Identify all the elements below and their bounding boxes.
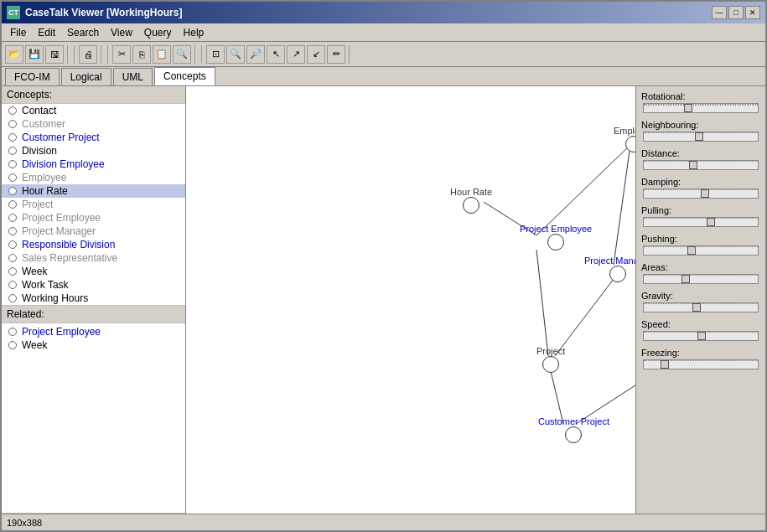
node-hour-rate[interactable]: Hour Rate — [450, 185, 492, 214]
toolbar-save[interactable]: 💾 — [25, 45, 44, 64]
slider-neighbouring-label: Neighbouring: — [641, 120, 760, 130]
menu-bar: File Edit Search View Query Help — [2, 23, 765, 42]
toolbar-open[interactable]: 📂 — [5, 45, 23, 64]
concepts-section: Concepts: Contact Customer Customer Proj… — [2, 86, 185, 306]
concept-customer-project[interactable]: Customer Project — [2, 131, 185, 144]
node-employee[interactable]: Employee — [614, 124, 635, 152]
toolbar-select[interactable]: ↖ — [267, 45, 285, 64]
toolbar-cut[interactable]: ✂ — [112, 45, 131, 64]
slider-rotational-thumb[interactable] — [684, 104, 692, 112]
slider-speed-track[interactable] — [643, 331, 759, 341]
tab-uml[interactable]: UML — [113, 68, 153, 85]
related-project-employee[interactable]: Project Employee — [2, 325, 185, 338]
status-bar: 190x388 — [2, 514, 765, 530]
menu-view[interactable]: View — [106, 25, 137, 40]
tab-concepts[interactable]: Concepts — [154, 67, 215, 85]
slider-damping-track[interactable] — [643, 189, 759, 199]
slider-speed: Speed: — [641, 319, 760, 341]
diagram-connections — [186, 86, 635, 514]
tab-fco-im[interactable]: FCO-IM — [5, 68, 60, 85]
left-panel: Concepts: Contact Customer Customer Proj… — [2, 86, 186, 514]
slider-freezing-thumb[interactable] — [661, 360, 669, 369]
title-bar-buttons: — □ ✕ — [712, 6, 760, 19]
toolbar-paste[interactable]: 📋 — [153, 45, 171, 64]
toolbar-pen[interactable]: ✏ — [327, 45, 345, 64]
toolbar: 📂 💾 🖫 🖨 ✂ ⎘ 📋 🔍 ⊡ 🔍 🔎 ↖ ↗ ↙ ✏ — [2, 42, 765, 67]
concept-work-task[interactable]: Work Task — [2, 278, 185, 292]
maximize-button[interactable]: □ — [728, 6, 744, 19]
toolbar-arrow1[interactable]: ↗ — [287, 45, 305, 64]
slider-rotational-label: Rotational: — [641, 91, 760, 101]
node-project[interactable]: Project — [536, 344, 565, 373]
toolbar-copy[interactable]: ⎘ — [132, 45, 151, 64]
menu-file[interactable]: File — [5, 25, 31, 40]
close-button[interactable]: ✕ — [745, 6, 760, 19]
toolbar-arrow2[interactable]: ↙ — [307, 45, 325, 64]
slider-freezing-label: Freezing: — [641, 348, 760, 358]
diagram-canvas[interactable]: Employee Hour Rate Project Employee Proj… — [186, 86, 635, 514]
app-icon: CT — [7, 6, 20, 19]
menu-search[interactable]: Search — [62, 25, 104, 40]
slider-damping: Damping: — [641, 177, 760, 199]
concept-icon — [7, 212, 18, 224]
toolbar-zoom-out[interactable]: 🔎 — [246, 45, 265, 64]
toolbar-save2[interactable]: 🖫 — [45, 45, 64, 64]
slider-neighbouring-thumb[interactable] — [695, 132, 703, 141]
main-window: CT CaseTalk Viewer [WorkingHours] — □ ✕ … — [0, 0, 767, 532]
slider-speed-thumb[interactable] — [697, 332, 706, 340]
node-project-employee[interactable]: Project Employee — [520, 222, 592, 251]
concept-week[interactable]: Week — [2, 265, 185, 278]
menu-query[interactable]: Query — [139, 25, 177, 40]
slider-damping-thumb[interactable] — [701, 189, 709, 198]
slider-areas-thumb[interactable] — [681, 275, 690, 283]
concept-working-hours[interactable]: Working Hours — [2, 292, 185, 305]
concept-icon — [7, 172, 18, 183]
concept-contact[interactable]: Contact — [2, 104, 185, 117]
concept-division-employee[interactable]: Division Employee — [2, 158, 185, 171]
svg-line-1 — [614, 145, 630, 265]
toolbar-zoom-in[interactable]: 🔍 — [226, 45, 245, 64]
concept-hour-rate[interactable]: Hour Rate — [2, 184, 185, 198]
concept-employee[interactable]: Employee — [2, 171, 185, 184]
slider-pushing-thumb[interactable] — [687, 246, 696, 255]
concept-project[interactable]: Project — [2, 198, 185, 211]
slider-rotational-track[interactable] — [643, 103, 759, 113]
slider-gravity-track[interactable] — [643, 302, 759, 312]
toolbar-find[interactable]: 🔍 — [173, 45, 191, 64]
concept-sales-rep[interactable]: Sales Representative — [2, 251, 185, 265]
concept-customer[interactable]: Customer — [2, 117, 185, 131]
toolbar-frame[interactable]: ⊡ — [206, 45, 225, 64]
menu-help[interactable]: Help — [179, 25, 210, 40]
concept-icon — [7, 266, 18, 277]
concept-project-employee[interactable]: Project Employee — [2, 211, 185, 225]
slider-speed-label: Speed: — [641, 319, 760, 329]
tab-logical[interactable]: Logical — [61, 68, 111, 85]
minimize-button[interactable]: — — [712, 6, 727, 19]
related-section: Related: Project Employee Week — [2, 306, 185, 514]
menu-edit[interactable]: Edit — [33, 25, 60, 40]
slider-neighbouring: Neighbouring: — [641, 120, 760, 142]
concept-responsible-division[interactable]: Responsible Division — [2, 238, 185, 251]
concept-icon — [7, 225, 18, 237]
slider-pulling-thumb[interactable] — [707, 218, 715, 226]
slider-pushing-track[interactable] — [643, 245, 759, 256]
slider-gravity-label: Gravity: — [641, 291, 760, 301]
related-week[interactable]: Week — [2, 338, 185, 352]
slider-distance-thumb[interactable] — [689, 161, 697, 169]
related-icon — [7, 339, 18, 351]
slider-distance-track[interactable] — [643, 160, 759, 170]
node-customer-project[interactable]: Customer Project — [538, 415, 609, 443]
slider-pulling-track[interactable] — [643, 217, 759, 227]
node-project-manager[interactable]: Project Manager — [584, 254, 635, 282]
concept-project-manager[interactable]: Project Manager — [2, 225, 185, 238]
toolbar-print[interactable]: 🖨 — [79, 45, 97, 64]
status-text: 190x388 — [7, 518, 42, 528]
concept-division[interactable]: Division — [2, 144, 185, 158]
slider-freezing-track[interactable] — [643, 359, 759, 369]
slider-areas-track[interactable] — [643, 274, 759, 284]
toolbar-group-3: ✂ ⎘ 📋 🔍 — [112, 45, 195, 64]
slider-gravity-thumb[interactable] — [692, 303, 701, 312]
right-panel: Rotational: Neighbouring: Distance: — [635, 86, 765, 514]
slider-areas: Areas: — [641, 262, 760, 284]
slider-neighbouring-track[interactable] — [643, 132, 759, 142]
